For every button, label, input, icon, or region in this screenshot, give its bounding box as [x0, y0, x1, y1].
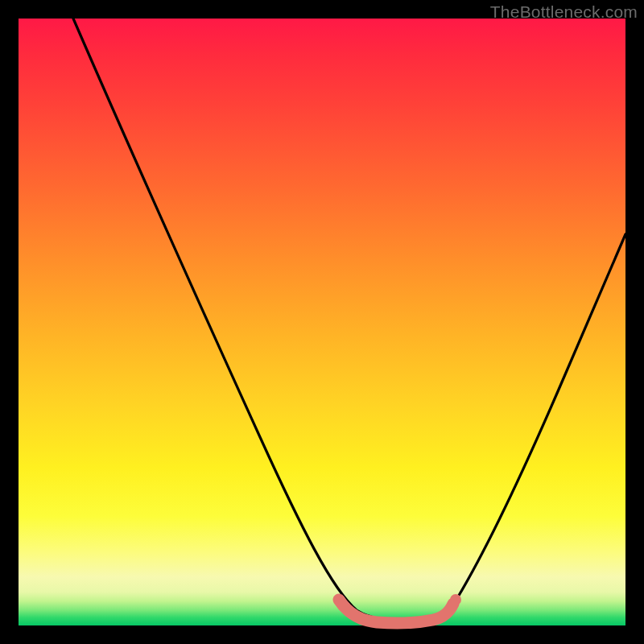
chart-frame: TheBottleneck.com	[0, 0, 644, 644]
watermark-text: TheBottleneck.com	[490, 2, 638, 22]
chart-svg	[19, 19, 625, 625]
valley-end-dot	[450, 594, 461, 605]
valley-highlight	[339, 600, 453, 623]
plot-area	[19, 19, 625, 625]
bottleneck-curve	[73, 19, 625, 621]
